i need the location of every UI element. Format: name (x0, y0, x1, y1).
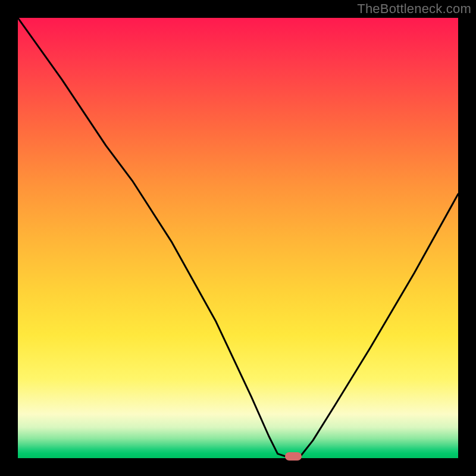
bottleneck-curve (18, 18, 458, 458)
curve-svg (18, 18, 458, 458)
watermark-text: TheBottleneck.com (357, 1, 471, 17)
optimal-marker (285, 452, 302, 461)
chart-frame: TheBottleneck.com (0, 0, 476, 476)
plot-area (18, 18, 458, 458)
